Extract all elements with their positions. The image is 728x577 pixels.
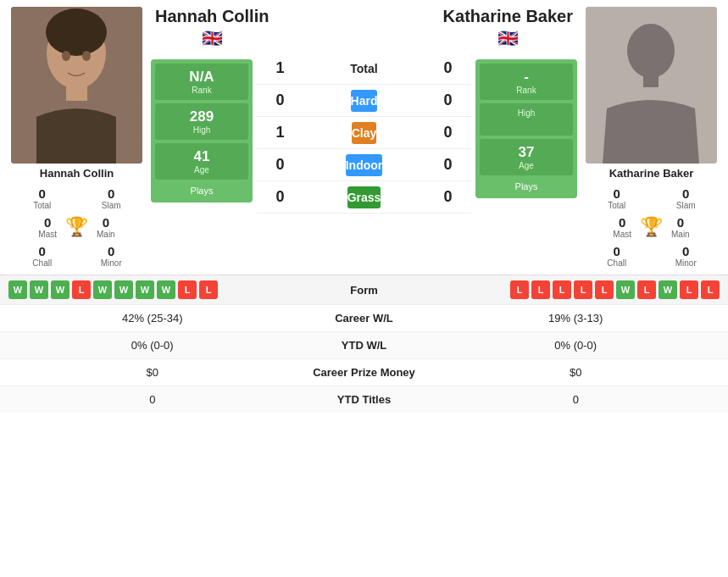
form-badge-left: L bbox=[178, 280, 197, 299]
career-wl-row: 42% (25-34) Career W/L 19% (3-13) bbox=[0, 304, 728, 331]
score-indoor-row: 0 Indoor 0 bbox=[257, 149, 471, 181]
right-trophy-icon: 🏆 bbox=[640, 216, 663, 238]
right-stat-main: 0 Main bbox=[671, 215, 690, 239]
left-green-panel: N/A Rank 289 High 41 Age Plays bbox=[151, 59, 253, 203]
titles-label: YTD Titles bbox=[297, 393, 432, 406]
right-prize: $0 bbox=[432, 366, 720, 379]
svg-point-5 bbox=[82, 51, 91, 61]
center-section: Hannah Collin 🇬🇧 Katharine Baker 🇬🇧 N/A … bbox=[151, 7, 577, 214]
form-badge-right: L bbox=[574, 280, 592, 299]
form-badge-left: L bbox=[199, 280, 218, 299]
left-high-box: 289 High bbox=[155, 103, 248, 140]
form-badge-left: L bbox=[72, 280, 91, 299]
svg-point-7 bbox=[627, 24, 675, 78]
score-panels-row: N/A Rank 289 High 41 Age Plays bbox=[151, 53, 577, 214]
score-column: 1 Total 0 0 Hard 0 1 bbox=[257, 53, 471, 214]
form-badge-right: W bbox=[659, 280, 677, 299]
right-rank-box: - Rank bbox=[480, 64, 573, 100]
svg-point-2 bbox=[46, 8, 107, 56]
right-titles: 0 bbox=[432, 393, 720, 406]
left-stat-total: 0 Total bbox=[11, 186, 74, 210]
right-stat-chall: 0 Chall bbox=[586, 244, 648, 268]
left-titles: 0 bbox=[8, 393, 297, 406]
left-trophy-icon: 🏆 bbox=[65, 216, 88, 238]
left-prize: $0 bbox=[8, 366, 297, 379]
right-age-box: 37 Age bbox=[480, 139, 573, 175]
left-rank-box: N/A Rank bbox=[155, 64, 248, 100]
form-badge-left: W bbox=[8, 280, 27, 299]
form-badge-right: L bbox=[701, 280, 720, 299]
right-player-photo bbox=[586, 7, 717, 164]
right-high-box: High bbox=[480, 103, 573, 136]
clay-badge: Clay bbox=[352, 122, 377, 144]
form-badge-right: L bbox=[553, 280, 571, 299]
form-badge-left: W bbox=[157, 280, 175, 299]
right-plays-label: Plays bbox=[480, 179, 573, 194]
right-player-section: Katharine Baker 0 Total 0 Slam 0 Mast 🏆 bbox=[581, 7, 721, 268]
left-stat-main: 0 Main bbox=[97, 215, 115, 239]
left-stat-mast: 0 Mast bbox=[38, 215, 57, 239]
ytd-wl-label: YTD W/L bbox=[297, 339, 432, 352]
left-plays-label: Plays bbox=[155, 183, 248, 198]
form-section: WWWLWWWWLL Form LLLLLWLWLL bbox=[0, 275, 728, 304]
right-stat-mast: 0 Mast bbox=[613, 215, 631, 239]
right-mast-row: 0 Mast 🏆 0 Main bbox=[586, 215, 717, 239]
top-section: Hannah Collin 0 Total 0 Slam 0 Mast 🏆 bbox=[0, 0, 728, 275]
left-age-box: 41 Age bbox=[155, 143, 248, 180]
score-clay-row: 1 Clay 0 bbox=[257, 117, 471, 149]
left-mast-row: 0 Mast 🏆 0 Main bbox=[11, 215, 142, 239]
left-player-photo bbox=[11, 7, 142, 164]
right-form-badges: LLLLLWLWLL bbox=[432, 280, 720, 299]
form-label: Form bbox=[297, 284, 432, 297]
titles-row: 0 YTD Titles 0 bbox=[0, 386, 728, 413]
left-form-badges: WWWLWWWWLL bbox=[8, 280, 297, 299]
score-total-row: 1 Total 0 bbox=[257, 53, 471, 85]
form-badge-right: L bbox=[531, 280, 550, 299]
left-ytd-wl: 0% (0-0) bbox=[8, 339, 297, 352]
form-badge-left: W bbox=[51, 280, 69, 299]
right-ytd-wl: 0% (0-0) bbox=[432, 339, 720, 352]
right-player-svg bbox=[586, 7, 717, 164]
right-green-panel: - Rank High 37 Age Plays bbox=[475, 59, 577, 198]
form-badge-left: W bbox=[30, 280, 48, 299]
svg-point-4 bbox=[62, 51, 70, 61]
indoor-badge: Indoor bbox=[346, 154, 383, 176]
left-stat-slam: 0 Slam bbox=[81, 186, 143, 210]
right-stat-slam: 0 Slam bbox=[655, 186, 718, 210]
right-stat-minor: 0 Minor bbox=[655, 244, 718, 268]
form-badge-left: W bbox=[136, 280, 154, 299]
left-player-svg bbox=[11, 7, 142, 164]
main-container: Hannah Collin 0 Total 0 Slam 0 Mast 🏆 bbox=[0, 0, 728, 413]
grass-badge: Grass bbox=[347, 186, 381, 208]
right-stat-total: 0 Total bbox=[586, 186, 648, 210]
form-badge-right: W bbox=[616, 280, 635, 299]
left-career-wl: 42% (25-34) bbox=[8, 312, 297, 325]
form-badge-left: W bbox=[114, 280, 133, 299]
right-player-name: Katharine Baker bbox=[609, 167, 694, 180]
score-grass-row: 0 Grass 0 bbox=[257, 181, 471, 214]
left-player-name: Hannah Collin bbox=[40, 167, 114, 180]
right-name-header: Katharine Baker 🇬🇧 bbox=[443, 7, 573, 48]
left-stat-minor: 0 Minor bbox=[81, 244, 143, 268]
score-hard-row: 0 Hard 0 bbox=[257, 85, 471, 117]
right-career-wl: 19% (3-13) bbox=[432, 312, 720, 325]
form-badge-right: L bbox=[680, 280, 698, 299]
left-player-section: Hannah Collin 0 Total 0 Slam 0 Mast 🏆 bbox=[7, 7, 147, 268]
ytd-wl-row: 0% (0-0) YTD W/L 0% (0-0) bbox=[0, 331, 728, 358]
prize-label: Career Prize Money bbox=[297, 366, 432, 379]
left-name-header: Hannah Collin 🇬🇧 bbox=[155, 7, 269, 48]
form-badge-left: W bbox=[93, 280, 112, 299]
hard-badge: Hard bbox=[351, 90, 378, 112]
header-names-row: Hannah Collin 🇬🇧 Katharine Baker 🇬🇧 bbox=[151, 7, 577, 48]
right-stats-grid: 0 Total 0 Slam bbox=[586, 186, 717, 210]
prize-row: $0 Career Prize Money $0 bbox=[0, 358, 728, 386]
left-chall-row: 0 Chall 0 Minor bbox=[11, 244, 142, 268]
right-chall-row: 0 Chall 0 Minor bbox=[586, 244, 717, 268]
svg-rect-3 bbox=[66, 86, 87, 101]
svg-rect-8 bbox=[643, 75, 659, 87]
career-wl-label: Career W/L bbox=[297, 312, 432, 325]
form-badge-right: L bbox=[510, 280, 529, 299]
left-stat-chall: 0 Chall bbox=[11, 244, 74, 268]
form-badge-right: L bbox=[595, 280, 614, 299]
form-badge-right: L bbox=[637, 280, 656, 299]
